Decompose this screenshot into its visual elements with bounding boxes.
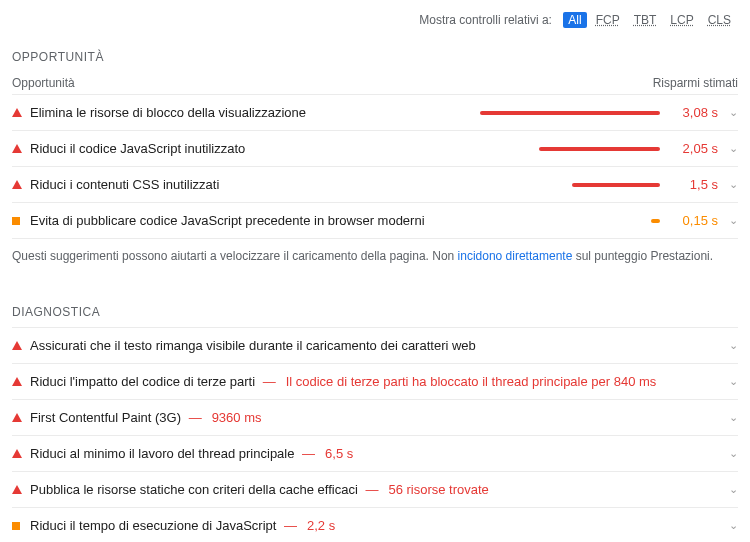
diagnostica-label: Riduci l'impatto del codice di terze par… [30, 374, 718, 389]
opportunita-footnote: Questi suggerimenti possono aiutarti a v… [12, 239, 738, 283]
severity-icon [12, 449, 30, 458]
diagnostica-row[interactable]: First Contentful Paint (3G) —9360 ms⌄ [12, 399, 738, 435]
chevron-down-icon: ⌄ [718, 214, 738, 227]
savings-bar [468, 219, 668, 223]
diagnostica-label: Assicurati che il testo rimanga visibile… [30, 338, 718, 353]
savings-time: 0,15 s [668, 213, 718, 228]
chevron-down-icon: ⌄ [718, 178, 738, 191]
severity-icon [12, 144, 30, 153]
col-risparmi: Risparmi stimati [653, 76, 738, 90]
chevron-down-icon: ⌄ [718, 411, 738, 424]
square-orange-icon [12, 522, 20, 530]
diagnostica-row[interactable]: Riduci l'impatto del codice di terze par… [12, 363, 738, 399]
savings-bar [468, 147, 668, 151]
savings-bar [468, 111, 668, 115]
diagnostica-label: Riduci al minimo il lavoro del thread pr… [30, 446, 718, 461]
opportunita-row[interactable]: Riduci il codice JavaScript inutilizzato… [12, 130, 738, 166]
severity-icon [12, 377, 30, 386]
triangle-red-icon [12, 377, 22, 386]
diagnostica-header: DIAGNOSTICA [12, 305, 738, 319]
opportunita-row[interactable]: Elimina le risorse di blocco della visua… [12, 94, 738, 130]
triangle-red-icon [12, 413, 22, 422]
severity-icon [12, 108, 30, 117]
filter-tbt[interactable]: TBT [629, 12, 662, 28]
diagnostica-row[interactable]: Assicurati che il testo rimanga visibile… [12, 327, 738, 363]
filter-label: Mostra controlli relativi a: [419, 13, 552, 27]
chevron-down-icon: ⌄ [718, 375, 738, 388]
opportunita-row[interactable]: Riduci i contenuti CSS inutilizzati1,5 s… [12, 166, 738, 202]
savings-time: 3,08 s [668, 105, 718, 120]
chevron-down-icon: ⌄ [718, 519, 738, 532]
triangle-red-icon [12, 485, 22, 494]
metric-filter-bar: Mostra controlli relativi a: AllFCPTBTLC… [12, 8, 738, 40]
chevron-down-icon: ⌄ [718, 483, 738, 496]
diagnostica-row[interactable]: Riduci al minimo il lavoro del thread pr… [12, 435, 738, 471]
filter-cls[interactable]: CLS [703, 12, 736, 28]
savings-time: 1,5 s [668, 177, 718, 192]
footnote-pre: Questi suggerimenti possono aiutarti a v… [12, 249, 458, 263]
opportunita-label: Riduci il codice JavaScript inutilizzato [30, 141, 468, 156]
triangle-red-icon [12, 449, 22, 458]
savings-bar [468, 183, 668, 187]
opportunita-columns: Opportunità Risparmi stimati [12, 72, 738, 94]
chevron-down-icon: ⌄ [718, 106, 738, 119]
severity-icon [12, 341, 30, 350]
opportunita-label: Elimina le risorse di blocco della visua… [30, 105, 468, 120]
chevron-down-icon: ⌄ [718, 142, 738, 155]
chevron-down-icon: ⌄ [718, 339, 738, 352]
diagnostica-label: First Contentful Paint (3G) —9360 ms [30, 410, 718, 425]
opportunita-label: Evita di pubblicare codice JavaScript pr… [30, 213, 468, 228]
diagnostica-label: Pubblica le risorse statiche con criteri… [30, 482, 718, 497]
diagnostica-row[interactable]: Riduci il tempo di esecuzione di JavaScr… [12, 507, 738, 542]
opportunita-label: Riduci i contenuti CSS inutilizzati [30, 177, 468, 192]
severity-icon [12, 413, 30, 422]
severity-icon [12, 522, 30, 530]
triangle-red-icon [12, 341, 22, 350]
triangle-red-icon [12, 108, 22, 117]
filter-all[interactable]: All [563, 12, 586, 28]
footnote-link[interactable]: incidono direttamente [458, 249, 573, 263]
chevron-down-icon: ⌄ [718, 447, 738, 460]
square-orange-icon [12, 217, 20, 225]
savings-time: 2,05 s [668, 141, 718, 156]
diagnostica-row[interactable]: Pubblica le risorse statiche con criteri… [12, 471, 738, 507]
severity-icon [12, 485, 30, 494]
triangle-red-icon [12, 180, 22, 189]
opportunita-row[interactable]: Evita di pubblicare codice JavaScript pr… [12, 202, 738, 239]
footnote-post: sul punteggio Prestazioni. [572, 249, 713, 263]
diagnostica-label: Riduci il tempo di esecuzione di JavaScr… [30, 518, 718, 533]
opportunita-header: OPPORTUNITÀ [12, 50, 738, 64]
severity-icon [12, 217, 30, 225]
col-opportunita: Opportunità [12, 76, 75, 90]
triangle-red-icon [12, 144, 22, 153]
filter-lcp[interactable]: LCP [665, 12, 698, 28]
severity-icon [12, 180, 30, 189]
filter-fcp[interactable]: FCP [591, 12, 625, 28]
